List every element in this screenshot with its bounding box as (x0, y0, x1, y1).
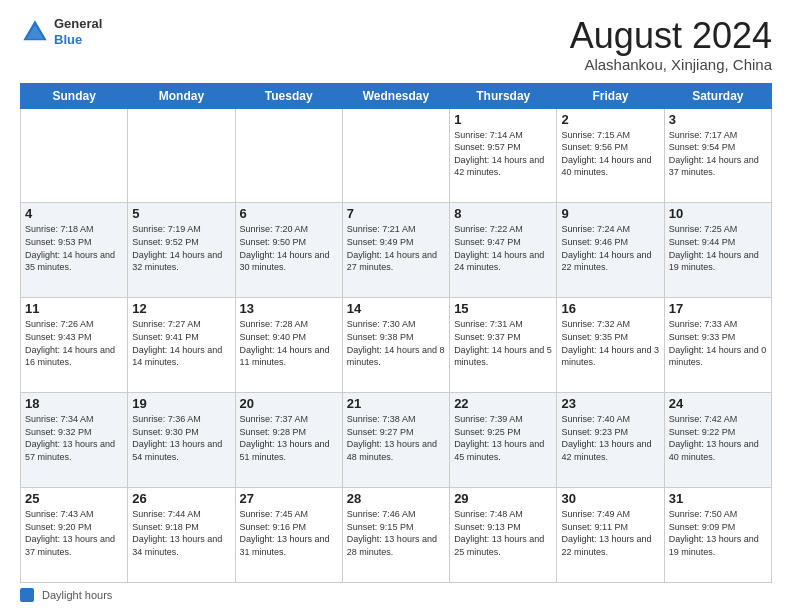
day-info: Sunrise: 7:18 AM Sunset: 9:53 PM Dayligh… (25, 223, 123, 273)
calendar-cell: 30Sunrise: 7:49 AM Sunset: 9:11 PM Dayli… (557, 488, 664, 583)
calendar-cell: 6Sunrise: 7:20 AM Sunset: 9:50 PM Daylig… (235, 203, 342, 298)
week-row-4: 18Sunrise: 7:34 AM Sunset: 9:32 PM Dayli… (21, 393, 772, 488)
calendar-body: 1Sunrise: 7:14 AM Sunset: 9:57 PM Daylig… (21, 108, 772, 582)
day-info: Sunrise: 7:22 AM Sunset: 9:47 PM Dayligh… (454, 223, 552, 273)
day-info: Sunrise: 7:27 AM Sunset: 9:41 PM Dayligh… (132, 318, 230, 368)
weekday-header-monday: Monday (128, 83, 235, 108)
calendar-table: SundayMondayTuesdayWednesdayThursdayFrid… (20, 83, 772, 583)
calendar-cell: 14Sunrise: 7:30 AM Sunset: 9:38 PM Dayli… (342, 298, 449, 393)
calendar-cell: 17Sunrise: 7:33 AM Sunset: 9:33 PM Dayli… (664, 298, 771, 393)
month-year-title: August 2024 (570, 16, 772, 56)
calendar-cell: 31Sunrise: 7:50 AM Sunset: 9:09 PM Dayli… (664, 488, 771, 583)
calendar-cell: 26Sunrise: 7:44 AM Sunset: 9:18 PM Dayli… (128, 488, 235, 583)
day-number: 9 (561, 206, 659, 221)
daylight-label: Daylight hours (42, 589, 112, 601)
calendar-cell: 22Sunrise: 7:39 AM Sunset: 9:25 PM Dayli… (450, 393, 557, 488)
day-number: 31 (669, 491, 767, 506)
day-info: Sunrise: 7:28 AM Sunset: 9:40 PM Dayligh… (240, 318, 338, 368)
calendar-cell: 24Sunrise: 7:42 AM Sunset: 9:22 PM Dayli… (664, 393, 771, 488)
logo-icon (20, 17, 50, 47)
calendar-cell: 18Sunrise: 7:34 AM Sunset: 9:32 PM Dayli… (21, 393, 128, 488)
day-number: 18 (25, 396, 123, 411)
calendar-cell (235, 108, 342, 203)
day-number: 5 (132, 206, 230, 221)
weekday-header-friday: Friday (557, 83, 664, 108)
day-info: Sunrise: 7:45 AM Sunset: 9:16 PM Dayligh… (240, 508, 338, 558)
calendar-cell (21, 108, 128, 203)
day-info: Sunrise: 7:37 AM Sunset: 9:28 PM Dayligh… (240, 413, 338, 463)
day-number: 7 (347, 206, 445, 221)
day-number: 19 (132, 396, 230, 411)
day-info: Sunrise: 7:15 AM Sunset: 9:56 PM Dayligh… (561, 129, 659, 179)
weekday-header-wednesday: Wednesday (342, 83, 449, 108)
weekday-header-thursday: Thursday (450, 83, 557, 108)
header: General Blue August 2024 Alashankou, Xin… (20, 16, 772, 73)
calendar-cell: 29Sunrise: 7:48 AM Sunset: 9:13 PM Dayli… (450, 488, 557, 583)
calendar-cell: 25Sunrise: 7:43 AM Sunset: 9:20 PM Dayli… (21, 488, 128, 583)
day-info: Sunrise: 7:25 AM Sunset: 9:44 PM Dayligh… (669, 223, 767, 273)
calendar-cell: 2Sunrise: 7:15 AM Sunset: 9:56 PM Daylig… (557, 108, 664, 203)
calendar-cell: 4Sunrise: 7:18 AM Sunset: 9:53 PM Daylig… (21, 203, 128, 298)
title-block: August 2024 Alashankou, Xinjiang, China (570, 16, 772, 73)
location-subtitle: Alashankou, Xinjiang, China (570, 56, 772, 73)
day-number: 4 (25, 206, 123, 221)
day-info: Sunrise: 7:38 AM Sunset: 9:27 PM Dayligh… (347, 413, 445, 463)
week-row-5: 25Sunrise: 7:43 AM Sunset: 9:20 PM Dayli… (21, 488, 772, 583)
logo-blue: Blue (54, 32, 102, 48)
calendar-cell: 16Sunrise: 7:32 AM Sunset: 9:35 PM Dayli… (557, 298, 664, 393)
day-info: Sunrise: 7:36 AM Sunset: 9:30 PM Dayligh… (132, 413, 230, 463)
day-number: 30 (561, 491, 659, 506)
calendar-cell: 28Sunrise: 7:46 AM Sunset: 9:15 PM Dayli… (342, 488, 449, 583)
day-number: 27 (240, 491, 338, 506)
page: General Blue August 2024 Alashankou, Xin… (0, 0, 792, 612)
weekday-header-tuesday: Tuesday (235, 83, 342, 108)
calendar-cell: 10Sunrise: 7:25 AM Sunset: 9:44 PM Dayli… (664, 203, 771, 298)
day-info: Sunrise: 7:30 AM Sunset: 9:38 PM Dayligh… (347, 318, 445, 368)
day-info: Sunrise: 7:31 AM Sunset: 9:37 PM Dayligh… (454, 318, 552, 368)
footer: Daylight hours (20, 588, 772, 602)
day-number: 25 (25, 491, 123, 506)
day-info: Sunrise: 7:33 AM Sunset: 9:33 PM Dayligh… (669, 318, 767, 368)
logo-text: General Blue (54, 16, 102, 47)
day-number: 1 (454, 112, 552, 127)
day-info: Sunrise: 7:48 AM Sunset: 9:13 PM Dayligh… (454, 508, 552, 558)
day-info: Sunrise: 7:40 AM Sunset: 9:23 PM Dayligh… (561, 413, 659, 463)
calendar-cell: 20Sunrise: 7:37 AM Sunset: 9:28 PM Dayli… (235, 393, 342, 488)
day-number: 29 (454, 491, 552, 506)
calendar-cell: 9Sunrise: 7:24 AM Sunset: 9:46 PM Daylig… (557, 203, 664, 298)
day-number: 10 (669, 206, 767, 221)
calendar-cell: 5Sunrise: 7:19 AM Sunset: 9:52 PM Daylig… (128, 203, 235, 298)
day-number: 2 (561, 112, 659, 127)
day-info: Sunrise: 7:44 AM Sunset: 9:18 PM Dayligh… (132, 508, 230, 558)
calendar-cell: 27Sunrise: 7:45 AM Sunset: 9:16 PM Dayli… (235, 488, 342, 583)
calendar-cell: 23Sunrise: 7:40 AM Sunset: 9:23 PM Dayli… (557, 393, 664, 488)
day-info: Sunrise: 7:32 AM Sunset: 9:35 PM Dayligh… (561, 318, 659, 368)
day-number: 8 (454, 206, 552, 221)
day-info: Sunrise: 7:19 AM Sunset: 9:52 PM Dayligh… (132, 223, 230, 273)
logo: General Blue (20, 16, 102, 47)
day-number: 28 (347, 491, 445, 506)
daylight-swatch (20, 588, 34, 602)
day-info: Sunrise: 7:34 AM Sunset: 9:32 PM Dayligh… (25, 413, 123, 463)
day-number: 13 (240, 301, 338, 316)
calendar-header: SundayMondayTuesdayWednesdayThursdayFrid… (21, 83, 772, 108)
week-row-1: 1Sunrise: 7:14 AM Sunset: 9:57 PM Daylig… (21, 108, 772, 203)
day-info: Sunrise: 7:14 AM Sunset: 9:57 PM Dayligh… (454, 129, 552, 179)
weekday-header-sunday: Sunday (21, 83, 128, 108)
calendar-cell (342, 108, 449, 203)
day-info: Sunrise: 7:21 AM Sunset: 9:49 PM Dayligh… (347, 223, 445, 273)
calendar-cell: 13Sunrise: 7:28 AM Sunset: 9:40 PM Dayli… (235, 298, 342, 393)
calendar-cell: 11Sunrise: 7:26 AM Sunset: 9:43 PM Dayli… (21, 298, 128, 393)
day-number: 14 (347, 301, 445, 316)
weekday-header-saturday: Saturday (664, 83, 771, 108)
day-number: 21 (347, 396, 445, 411)
calendar-cell: 8Sunrise: 7:22 AM Sunset: 9:47 PM Daylig… (450, 203, 557, 298)
day-number: 17 (669, 301, 767, 316)
logo-general: General (54, 16, 102, 32)
day-number: 11 (25, 301, 123, 316)
day-info: Sunrise: 7:17 AM Sunset: 9:54 PM Dayligh… (669, 129, 767, 179)
day-number: 16 (561, 301, 659, 316)
day-number: 15 (454, 301, 552, 316)
calendar-cell: 15Sunrise: 7:31 AM Sunset: 9:37 PM Dayli… (450, 298, 557, 393)
calendar-cell: 3Sunrise: 7:17 AM Sunset: 9:54 PM Daylig… (664, 108, 771, 203)
